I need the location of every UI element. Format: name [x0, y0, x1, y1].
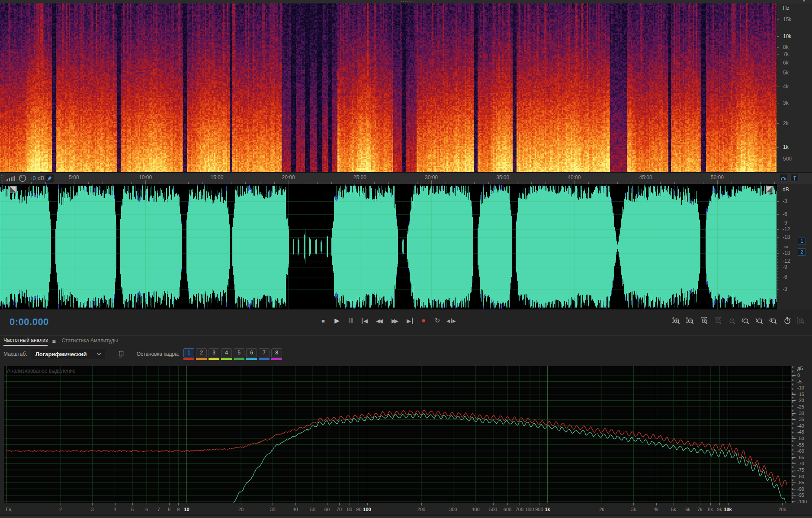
- pause-button[interactable]: [346, 315, 356, 326]
- gain-readout[interactable]: +0dB: [29, 175, 45, 181]
- stop-button[interactable]: ■: [318, 315, 328, 326]
- zoom-out-vertical-icon: [686, 316, 695, 325]
- channel-1-button[interactable]: 1: [798, 238, 806, 245]
- hz-tick-mark: [421, 503, 422, 505]
- spectral-frequency-display[interactable]: [0, 3, 777, 172]
- scale-dropdown[interactable]: Логарифмический: [32, 349, 105, 359]
- hold-frame-button-3[interactable]: 3: [209, 348, 219, 357]
- levels-meter-icon[interactable]: [5, 175, 16, 182]
- hz-tick-label: 10: [184, 507, 189, 512]
- hz-tick-mark: [548, 503, 548, 505]
- hold-frame-button-6[interactable]: 6: [246, 348, 257, 357]
- reset-zoom-timer-icon: [783, 316, 792, 325]
- tab-frequency-analysis[interactable]: Частотный анализ: [3, 337, 48, 346]
- db-tick-label: -10: [797, 385, 804, 390]
- channel-2-button[interactable]: 2: [798, 248, 806, 256]
- hold-frame-5: 5: [234, 348, 244, 360]
- hold-frame-3: 3: [209, 348, 219, 360]
- headphones-monitor-button[interactable]: [779, 174, 787, 182]
- bottom-strip: [0, 515, 812, 518]
- time-label: 20:00: [282, 174, 295, 180]
- db-major-tick: [792, 451, 796, 451]
- hold-frame-button-8[interactable]: 8: [271, 348, 282, 357]
- transport-buttons: ■ ▶ ◀ ◀◀ ▶▶ ▶ ● ↻ ◀▶: [318, 315, 456, 326]
- hz-tick-mark: [273, 503, 273, 505]
- amplitude-tick-label: -12: [783, 226, 790, 232]
- hold-frame-color-swatch: [209, 358, 219, 360]
- zoom-out-horizontal-button[interactable]: [713, 315, 723, 326]
- hold-frame-button-7[interactable]: 7: [259, 348, 270, 357]
- frequency-plot[interactable]: [4, 366, 791, 503]
- db-axis-unit: дБ: [797, 366, 803, 371]
- plot-frequency-axis: Гц 2345678910203040506070809010020030040…: [0, 503, 812, 515]
- hz-tick-mark: [159, 503, 159, 505]
- zoom-in-full-button[interactable]: [796, 315, 806, 326]
- freq-tick-mark: [777, 19, 779, 20]
- panel-menu-caret-icon[interactable]: ▾: [803, 0, 805, 3]
- skip-to-start-button[interactable]: ◀: [360, 315, 369, 326]
- fade-out-handle[interactable]: [766, 186, 773, 193]
- panel-menu-icon[interactable]: ≡: [52, 338, 55, 345]
- freq-tick-mark: [777, 63, 779, 63]
- transport-bar: 0:00.000 ■ ▶ ◀ ◀◀ ▶▶ ▶ ● ↻ ◀▶: [0, 309, 812, 336]
- amplitude-tick-mark: [777, 261, 779, 261]
- zoom-selection-button[interactable]: [768, 315, 779, 326]
- hz-tick-label: 7: [157, 507, 160, 512]
- rewind-button[interactable]: ◀◀: [374, 315, 385, 326]
- hold-frame-label: Остановка кадра:: [137, 351, 179, 357]
- time-display[interactable]: 0:00.000: [10, 316, 49, 328]
- zoom-out-vertical-button[interactable]: [685, 315, 696, 326]
- zoom-out-full-button[interactable]: [727, 315, 737, 326]
- playhead-cursor[interactable]: [1, 3, 1, 309]
- db-major-tick: [792, 502, 796, 502]
- db-tick-label: -40: [797, 423, 804, 428]
- db-major-tick: [792, 388, 796, 388]
- hold-frame-button-2[interactable]: 2: [196, 348, 207, 357]
- freq-tick-mark: [777, 73, 779, 73]
- audition-editor-window: •••••• ▾ Hz 15k10k8k7k6k5k4k3k2k1k500 +0…: [0, 0, 812, 518]
- hz-tick-mark: [520, 503, 520, 505]
- hz-tick-label: 100: [363, 507, 371, 512]
- zoom-selection-right-button[interactable]: [754, 315, 765, 326]
- fast-forward-button[interactable]: ▶▶: [389, 315, 401, 326]
- gain-unit: dB: [38, 175, 45, 181]
- freq-tick-label: 8k: [783, 44, 789, 50]
- amplitude-tick-label: -∞: [783, 244, 788, 250]
- zoom-selection-left-button[interactable]: [741, 315, 751, 326]
- play-button[interactable]: ▶: [332, 315, 342, 326]
- amplitude-scale-ruler[interactable]: dB 1 2 -3-6-9-12-18-∞-18-12-9-6-3: [777, 184, 812, 309]
- hold-frame-button-5[interactable]: 5: [234, 348, 244, 357]
- db-tick-label: -30: [797, 411, 804, 416]
- timeline-ruler[interactable]: +0dB 5:0010:0015:0020:0025:0030:0035:004…: [0, 172, 812, 185]
- hold-frame-button-4[interactable]: 4: [221, 348, 232, 357]
- freq-tick-mark: [777, 36, 779, 37]
- db-tick-label: -20: [797, 398, 804, 403]
- hz-tick-label: 5: [131, 507, 134, 512]
- reset-zoom-timer-button[interactable]: [782, 315, 793, 326]
- tab-amplitude-statistics[interactable]: Статистика Амплитуды: [62, 338, 118, 345]
- pin-toggle-button[interactable]: [45, 174, 54, 183]
- fade-in-handle[interactable]: [10, 186, 16, 193]
- zoom-in-horizontal-button[interactable]: [699, 315, 709, 326]
- skip-selection-button[interactable]: ◀▶: [446, 315, 456, 326]
- freq-tick-mark: [777, 123, 779, 124]
- panel-grip-handle[interactable]: ••••••: [398, 0, 415, 3]
- record-button[interactable]: ●: [419, 315, 428, 326]
- frequency-plot-svg: [4, 366, 791, 503]
- hz-tick-mark: [493, 503, 494, 505]
- db-tick-label: -50: [797, 436, 804, 441]
- skip-to-end-button[interactable]: ▶: [405, 315, 414, 326]
- hz-tick-mark: [178, 503, 179, 505]
- zoom-in-vertical-button[interactable]: [671, 315, 682, 326]
- analyzed-selection-label: Анализированое выделение: [7, 368, 76, 374]
- frequency-scale-ruler[interactable]: Hz 15k10k8k7k6k5k4k3k2k1k500: [777, 3, 812, 172]
- zoom-out-horizontal-icon: [713, 316, 723, 325]
- gain-knob-icon[interactable]: [18, 174, 27, 183]
- loop-playback-button[interactable]: ↻: [433, 315, 442, 326]
- copy-frame-icon[interactable]: [117, 351, 125, 358]
- hold-frame-button-1[interactable]: 1: [183, 348, 194, 357]
- hz-tick-mark: [169, 503, 170, 505]
- marker-pin-button[interactable]: [790, 174, 799, 182]
- time-label: 5:00: [69, 174, 79, 180]
- waveform-display[interactable]: [0, 184, 777, 309]
